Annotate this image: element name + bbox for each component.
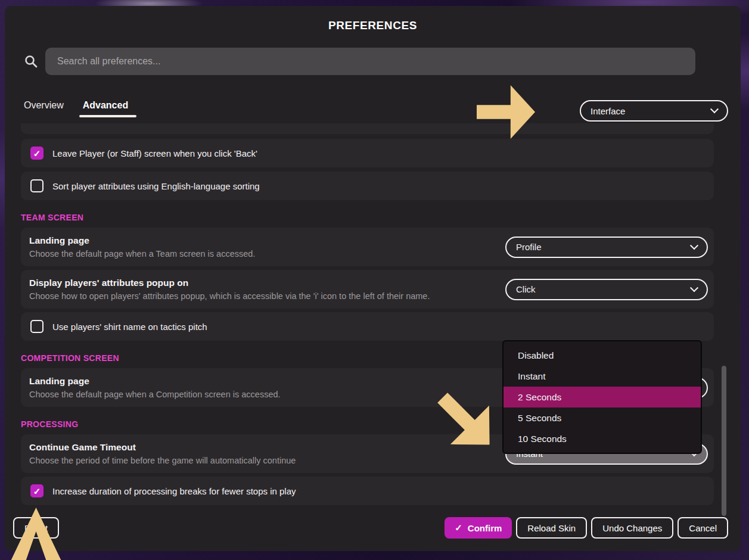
cancel-button[interactable]: Cancel <box>677 517 728 539</box>
chevron-down-icon <box>690 241 698 250</box>
timeout-menu-option[interactable]: Instant <box>504 366 701 387</box>
tab-advanced[interactable]: Advanced <box>83 100 128 117</box>
undo-changes-button[interactable]: Undo Changes <box>591 517 673 539</box>
row-attributes-popup: Display players' attributes popup on Cho… <box>21 270 714 309</box>
search-icon <box>24 54 38 69</box>
row-team-landing-page: Landing page Choose the default page whe… <box>21 228 714 266</box>
select-value: Click <box>516 284 536 294</box>
setting-description: Choose the period of time before the gam… <box>29 456 505 465</box>
preferences-panel-select[interactable]: Interface <box>580 100 728 122</box>
setting-title: Landing page <box>29 235 505 246</box>
checkbox-label: Use players' shirt name on tactics pitch <box>52 322 207 332</box>
checkbox-label: Sort player attributes using English-lan… <box>52 181 260 191</box>
search-bar <box>5 48 741 75</box>
team-landing-page-select[interactable]: Profile <box>505 237 708 258</box>
search-input[interactable] <box>45 48 695 75</box>
chevron-down-icon <box>690 284 698 292</box>
checkbox-processing-breaks[interactable]: ✓ <box>30 484 43 497</box>
tab-overview[interactable]: Overview <box>24 100 64 117</box>
section-heading-team-screen: TEAM SCREEN <box>21 213 714 222</box>
timeout-dropdown-menu: Disabled Instant 2 Seconds 5 Seconds 10 … <box>502 340 702 454</box>
chevron-down-icon <box>710 105 719 113</box>
page-title: PREFERENCES <box>5 6 741 32</box>
timeout-menu-option[interactable]: Disabled <box>504 345 701 366</box>
row-processing-breaks: ✓ Increase duration of processing breaks… <box>21 477 714 505</box>
timeout-menu-option[interactable]: 10 Seconds <box>504 428 701 449</box>
setting-description: Choose the default page when a Team scre… <box>29 249 505 259</box>
confirm-button[interactable]: ✓ Confirm <box>445 517 512 539</box>
setting-title: Continue Game Timeout <box>29 442 505 453</box>
checkmark-icon: ✓ <box>33 149 41 158</box>
select-value: Profile <box>516 242 542 252</box>
attributes-popup-select[interactable]: Click <box>505 279 708 300</box>
check-icon: ✓ <box>455 522 462 533</box>
checkbox-label: Increase duration of processing breaks f… <box>52 486 296 496</box>
checkmark-icon: ✓ <box>33 487 41 496</box>
preferences-dialog: PREFERENCES Overview Advanced ✓ Leave Pl… <box>5 6 741 551</box>
clipped-row <box>21 123 714 134</box>
select-value: Interface <box>591 106 625 116</box>
row-sort-attributes: ✓ Sort player attributes using English-l… <box>21 172 714 200</box>
scrollbar-thumb[interactable] <box>722 366 726 516</box>
setting-description: Choose how to open players' attributes p… <box>29 291 505 301</box>
checkbox-label: Leave Player (or Staff) screen when you … <box>52 148 257 158</box>
row-shirt-name: ✓ Use players' shirt name on tactics pit… <box>21 312 714 341</box>
timeout-menu-option[interactable]: 2 Seconds <box>504 387 701 407</box>
checkbox-shirt-name[interactable]: ✓ <box>30 320 43 333</box>
timeout-menu-option[interactable]: 5 Seconds <box>504 407 701 428</box>
checkbox-sort-attributes[interactable]: ✓ <box>30 179 43 192</box>
setting-title: Display players' attributes popup on <box>29 278 505 288</box>
setting-description: Choose the default page when a Competiti… <box>29 390 505 399</box>
active-tab-underline <box>79 115 136 117</box>
checkbox-leave-player-back[interactable]: ✓ <box>30 147 43 160</box>
row-leave-player-back: ✓ Leave Player (or Staff) screen when yo… <box>21 139 714 167</box>
setting-title: Landing page <box>29 376 505 387</box>
dialog-footer: Reset ✓ Confirm Reload Skin Undo Changes… <box>13 517 728 539</box>
reload-skin-button[interactable]: Reload Skin <box>516 517 587 539</box>
